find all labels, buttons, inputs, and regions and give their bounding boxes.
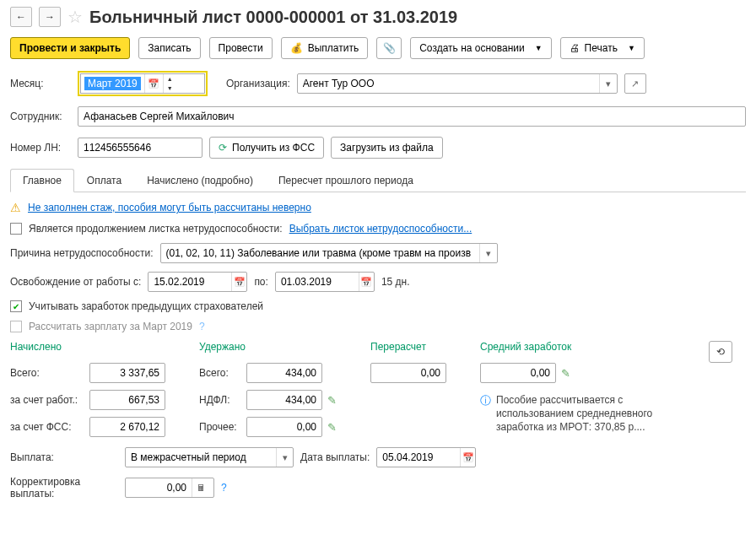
attach-button[interactable]: 📎 [376, 37, 402, 59]
days-label: 15 дн. [381, 276, 410, 288]
dropdown-button[interactable]: ▾ [276, 448, 293, 467]
to-label: по: [254, 276, 268, 288]
fss-label: за счет ФСС: [10, 421, 84, 433]
correction-input[interactable] [126, 478, 192, 497]
spin-down-button[interactable]: ▼ [163, 84, 176, 93]
money-icon: 💰 [290, 42, 303, 54]
tab-main[interactable]: Главное [10, 169, 74, 192]
page-title: Больничный лист 0000-000001 от 31.03.201… [89, 8, 457, 27]
recalc-input[interactable] [371, 364, 446, 382]
tab-payment[interactable]: Оплата [74, 169, 134, 192]
warning-icon: ⚠ [10, 201, 21, 214]
create-based-button[interactable]: Создать на основании ▼ [410, 37, 551, 59]
correction-label: Корректировка выплаты: [10, 476, 118, 500]
continuation-checkbox[interactable] [10, 223, 22, 235]
calc-salary-label: Рассчитать зарплату за Март 2019 [29, 321, 192, 332]
date-from-input[interactable] [148, 273, 231, 291]
save-button[interactable]: Записать [138, 37, 200, 59]
reason-label: Причина нетрудоспособности: [10, 247, 154, 259]
ln-number-label: Номер ЛН: [10, 142, 71, 154]
ndfl-input[interactable] [247, 391, 321, 409]
recalc-header: Перерасчет [370, 341, 446, 353]
refresh-icon: ⟳ [219, 142, 227, 154]
get-from-fss-button[interactable]: ⟳ Получить из ФСС [209, 137, 324, 159]
avg-earnings-header: Средний заработок [480, 341, 673, 353]
paperclip-icon: 📎 [383, 42, 396, 54]
accrued-header: Начислено [10, 341, 165, 353]
submit-close-button[interactable]: Провести и закрыть [10, 37, 130, 59]
post-button[interactable]: Провести [209, 37, 273, 59]
calendar-icon[interactable]: 📅 [231, 273, 246, 291]
help-icon[interactable]: ? [199, 321, 205, 332]
prev-insurers-checkbox[interactable]: ✔ [10, 300, 22, 312]
other-label: Прочее: [199, 421, 241, 433]
nav-forward-button[interactable]: → [39, 7, 61, 27]
total-label: Всего: [199, 367, 241, 379]
month-label: Месяц: [10, 78, 71, 89]
calc-salary-checkbox [10, 321, 22, 332]
pay-button[interactable]: 💰 Выплатить [281, 37, 369, 59]
withheld-header: Удержано [199, 341, 337, 353]
employee-label: Сотрудник: [10, 111, 71, 122]
calendar-icon[interactable]: 📅 [144, 74, 163, 93]
employee-input[interactable] [78, 107, 745, 126]
load-from-file-button[interactable]: Загрузить из файла [331, 137, 443, 159]
prev-insurers-label: Учитывать заработок предыдущих страховат… [29, 300, 263, 312]
withheld-total-input[interactable] [247, 364, 321, 382]
warning-link[interactable]: Не заполнен стаж, пособия могут быть рас… [28, 202, 311, 213]
select-sheet-link[interactable]: Выбрать листок нетрудоспособности... [289, 223, 472, 235]
reason-input[interactable] [161, 244, 479, 262]
accrued-total-input[interactable] [90, 364, 165, 382]
employer-label: за счет работ.: [10, 394, 84, 406]
nav-back-button[interactable]: ← [10, 7, 32, 27]
tab-recalc[interactable]: Пересчет прошлого периода [266, 169, 426, 192]
ln-number-input[interactable] [78, 138, 202, 157]
payout-date-input[interactable] [377, 448, 460, 467]
release-label: Освобождение от работы с: [10, 276, 141, 288]
favorite-star-icon[interactable]: ☆ [68, 7, 83, 27]
payout-select[interactable] [126, 448, 276, 467]
dropdown-button[interactable]: ▾ [599, 74, 617, 93]
printer-icon: 🖨 [570, 42, 580, 54]
dropdown-button[interactable]: ▾ [479, 244, 497, 262]
avg-earnings-input[interactable] [481, 364, 555, 382]
calendar-icon[interactable]: 📅 [460, 448, 475, 467]
refresh-button[interactable]: ⟲ [709, 341, 732, 363]
employer-input[interactable] [90, 391, 165, 409]
continuation-label: Является продолжением листка нетрудоспос… [29, 223, 283, 235]
spin-up-button[interactable]: ▲ [163, 74, 176, 84]
org-input[interactable] [298, 74, 599, 93]
month-input[interactable]: Март 2019 📅 ▲ ▼ [80, 73, 205, 94]
fss-input[interactable] [90, 418, 165, 436]
info-icon: ⓘ [480, 393, 491, 408]
ndfl-label: НДФЛ: [199, 394, 241, 406]
date-to-input[interactable] [276, 273, 359, 291]
tab-accrued[interactable]: Начислено (подробно) [134, 169, 266, 192]
payout-date-label: Дата выплаты: [300, 451, 370, 463]
pencil-icon[interactable]: ✎ [561, 367, 570, 380]
refresh-icon: ⟲ [716, 346, 725, 358]
pencil-icon[interactable]: ✎ [327, 394, 337, 407]
print-button[interactable]: 🖨 Печать ▼ [560, 37, 645, 59]
org-open-button[interactable]: ↗ [625, 74, 645, 93]
chevron-down-icon: ▼ [628, 44, 635, 52]
help-icon[interactable]: ? [221, 482, 227, 494]
other-input[interactable] [247, 418, 321, 436]
payout-label: Выплата: [10, 451, 118, 463]
pencil-icon[interactable]: ✎ [327, 421, 337, 434]
org-label: Организация: [226, 78, 290, 89]
info-text: Пособие рассчитывается с использованием … [496, 393, 673, 435]
total-label: Всего: [10, 367, 84, 379]
calc-icon[interactable]: 🖩 [192, 478, 210, 497]
chevron-down-icon: ▼ [535, 44, 543, 52]
calendar-icon[interactable]: 📅 [359, 273, 374, 291]
